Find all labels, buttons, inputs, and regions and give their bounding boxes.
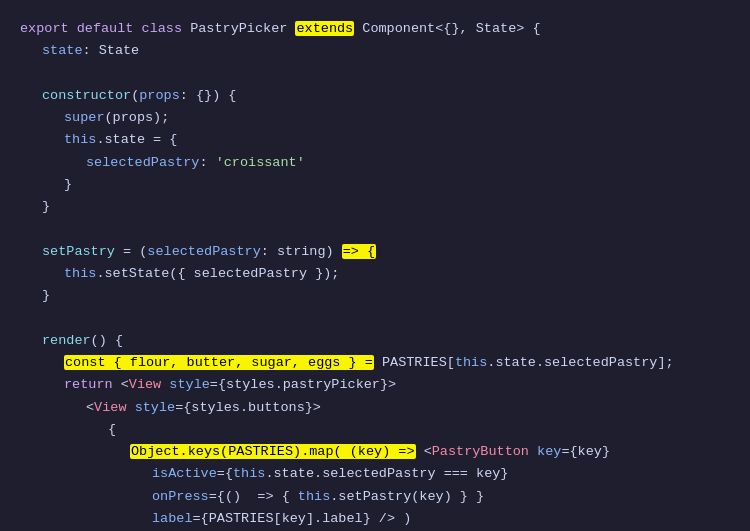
code-line-17: return <View style={styles.pastryPicker}… [20,374,730,396]
code-line-15: render() { [20,330,730,352]
code-line-23: label={PASTRIES[key].label} /> ) [20,508,730,530]
code-line-16: const { flour, butter, sugar, eggs } = P… [20,352,730,374]
code-line-19: { [20,419,730,441]
code-line-1: export default class PastryPicker extend… [20,18,730,40]
code-line-11: setPastry = (selectedPastry: string) => … [20,241,730,263]
code-line-20: Object.keys(PASTRIES).map( (key) => <Pas… [20,441,730,463]
code-line-3 [20,63,730,85]
code-line-6: this.state = { [20,129,730,151]
code-line-21: isActive={this.state.selectedPastry === … [20,463,730,485]
code-line-13: } [20,285,730,307]
code-line-10 [20,218,730,240]
code-line-22: onPress={() => { this.setPastry(key) } } [20,486,730,508]
code-line-9: } [20,196,730,218]
code-line-7: selectedPastry: 'croissant' [20,152,730,174]
code-line-5: super(props); [20,107,730,129]
code-editor: export default class PastryPicker extend… [0,0,750,531]
code-line-18: <View style={styles.buttons}> [20,397,730,419]
code-line-4: constructor(props: {}) { [20,85,730,107]
code-line-12: this.setState({ selectedPastry }); [20,263,730,285]
code-line-14 [20,307,730,329]
code-line-8: } [20,174,730,196]
code-line-2: state: State [20,40,730,62]
